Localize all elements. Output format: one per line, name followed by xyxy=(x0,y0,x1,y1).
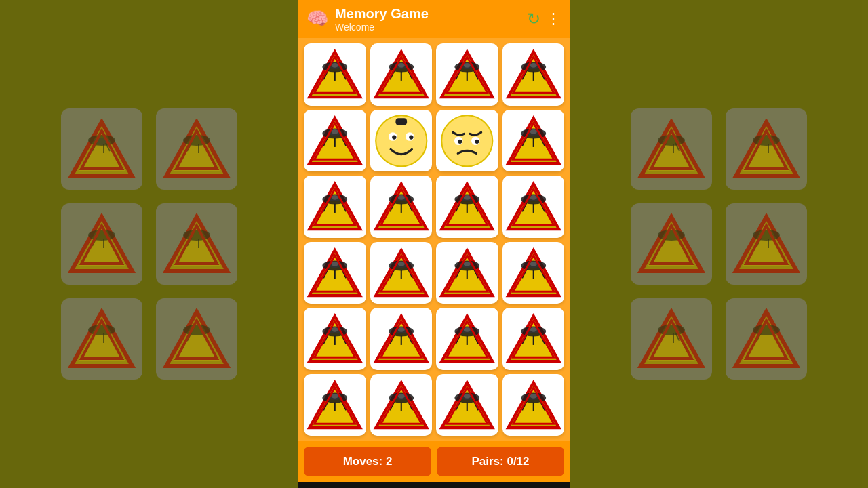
bg-sign xyxy=(61,203,142,285)
svg-point-247 xyxy=(658,135,685,146)
svg-point-254 xyxy=(753,135,780,146)
bg-right xyxy=(570,0,868,488)
svg-point-159 xyxy=(464,262,471,266)
card-0[interactable] xyxy=(304,43,366,106)
app-bar: 🧠 Memory Game Welcome ↻ ⋮ xyxy=(298,0,570,38)
refresh-icon[interactable]: ↻ xyxy=(527,9,540,28)
svg-point-28 xyxy=(88,325,115,336)
svg-point-168 xyxy=(530,262,536,266)
bg-sign xyxy=(631,108,712,190)
card-10[interactable] xyxy=(436,176,498,238)
card-7[interactable] xyxy=(502,110,565,172)
svg-point-259 xyxy=(658,230,685,241)
phone-panel: 🧠 Memory Game Welcome ↻ ⋮ xyxy=(298,0,570,488)
card-14[interactable] xyxy=(436,242,498,304)
svg-point-195 xyxy=(464,327,471,332)
svg-point-10 xyxy=(183,135,210,146)
bg-sign xyxy=(61,108,142,190)
back-button[interactable]: ◁ xyxy=(330,482,357,488)
bg-left xyxy=(0,0,298,488)
card-grid xyxy=(304,43,564,436)
card-13[interactable] xyxy=(370,242,433,304)
bg-sign xyxy=(156,108,237,190)
pairs-display: Pairs: 0/12 xyxy=(437,447,564,476)
svg-point-22 xyxy=(183,230,210,241)
card-5[interactable] xyxy=(370,110,433,172)
svg-point-86 xyxy=(409,135,413,139)
bg-sign xyxy=(61,298,142,380)
card-2[interactable] xyxy=(436,43,498,106)
svg-point-114 xyxy=(397,195,404,200)
app-title: Memory Game xyxy=(335,5,520,22)
app-titles: Memory Game Welcome xyxy=(335,5,520,33)
card-20[interactable] xyxy=(304,374,366,436)
svg-point-264 xyxy=(753,230,780,241)
svg-rect-82 xyxy=(395,118,407,125)
bg-sign xyxy=(726,108,807,190)
svg-point-141 xyxy=(332,262,338,266)
svg-point-231 xyxy=(464,394,471,399)
svg-point-49 xyxy=(397,63,404,68)
svg-point-33 xyxy=(183,325,210,336)
svg-point-186 xyxy=(397,327,404,332)
svg-point-213 xyxy=(332,394,338,399)
svg-point-276 xyxy=(753,325,780,336)
svg-point-90 xyxy=(458,139,462,143)
card-1[interactable] xyxy=(370,43,433,106)
card-18[interactable] xyxy=(436,308,498,370)
more-icon[interactable]: ⋮ xyxy=(546,10,561,28)
svg-point-204 xyxy=(530,327,536,332)
svg-point-58 xyxy=(464,63,471,68)
card-15[interactable] xyxy=(502,242,565,304)
moves-display: Moves: 2 xyxy=(304,447,431,476)
score-bar: Moves: 2 Pairs: 0/12 xyxy=(298,441,570,482)
card-4[interactable] xyxy=(304,110,366,172)
nav-bar: ◁ ○ □ xyxy=(298,482,570,488)
app-bar-actions: ↻ ⋮ xyxy=(527,9,561,28)
card-8[interactable] xyxy=(304,176,366,238)
card-21[interactable] xyxy=(370,374,433,436)
svg-point-150 xyxy=(397,262,404,266)
svg-point-16 xyxy=(88,230,115,241)
svg-point-67 xyxy=(530,63,536,68)
svg-point-85 xyxy=(392,135,396,139)
home-button[interactable]: ○ xyxy=(420,482,448,488)
svg-point-132 xyxy=(530,195,536,200)
bg-sign xyxy=(156,298,237,380)
svg-point-91 xyxy=(475,139,479,143)
bg-sign xyxy=(726,203,807,285)
svg-point-76 xyxy=(332,129,338,134)
card-19[interactable] xyxy=(502,308,565,370)
card-23[interactable] xyxy=(502,374,565,436)
svg-point-222 xyxy=(397,394,404,399)
card-17[interactable] xyxy=(370,308,433,370)
svg-point-105 xyxy=(332,195,338,200)
game-area xyxy=(298,38,570,441)
bg-sign xyxy=(631,203,712,285)
svg-point-177 xyxy=(332,327,338,332)
app-subtitle: Welcome xyxy=(335,22,520,33)
card-3[interactable] xyxy=(502,43,565,106)
card-16[interactable] xyxy=(304,308,366,370)
svg-point-40 xyxy=(332,63,338,68)
svg-point-87 xyxy=(441,115,492,166)
recents-button[interactable]: □ xyxy=(511,482,538,488)
card-9[interactable] xyxy=(370,176,433,238)
svg-point-123 xyxy=(464,195,471,200)
bg-sign xyxy=(631,298,712,380)
svg-point-96 xyxy=(530,129,536,134)
brain-icon: 🧠 xyxy=(307,8,328,30)
card-22[interactable] xyxy=(436,374,498,436)
card-6[interactable] xyxy=(436,110,498,172)
svg-point-240 xyxy=(530,394,536,399)
bg-sign xyxy=(726,298,807,380)
card-11[interactable] xyxy=(502,176,565,238)
card-12[interactable] xyxy=(304,242,366,304)
svg-point-270 xyxy=(658,325,685,336)
bg-sign xyxy=(156,203,237,285)
